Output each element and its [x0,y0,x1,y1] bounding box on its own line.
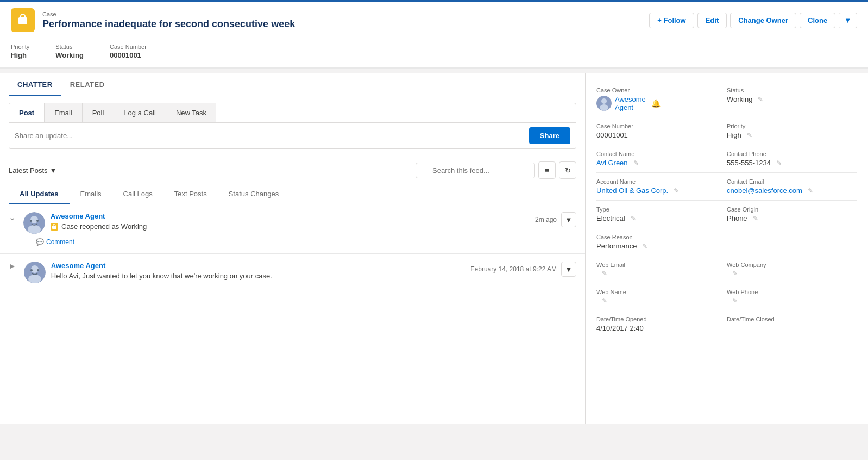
collapse-button[interactable]: ⌄ [9,212,16,222]
latest-posts-dropdown[interactable]: Latest Posts ▼ [9,166,56,175]
priority-edit-icon[interactable]: ✎ [747,132,752,139]
web-name-edit-icon[interactable]: ✎ [602,297,607,304]
case-origin-edit-icon[interactable]: ✎ [753,215,758,222]
comment-icon: 💬 [36,238,44,246]
case-reason-label: Case Reason [596,234,718,240]
feed-text: Case reopened as Working [51,222,147,231]
subtab-status-changes[interactable]: Status Changes [218,184,290,204]
web-phone-label: Web Phone [727,289,848,295]
avatar [23,212,45,234]
web-name-value-row: ✎ [596,297,718,304]
case-owner-cell: Case Owner AwesomeAgent 🔔 [596,82,727,117]
case-owner-link[interactable]: AwesomeAgent [615,95,646,111]
empty-cell [727,228,857,256]
subtab-emails[interactable]: Emails [70,184,112,204]
tab-chatter[interactable]: CHATTER [9,73,61,96]
account-name-value-row: United Oil & Gas Corp. ✎ [596,187,718,195]
follow-button[interactable]: + Follow [649,13,694,28]
post-input[interactable] [15,129,525,142]
post-tab-log-call[interactable]: Log a Call [114,103,166,122]
post-input-row: Share [9,123,576,149]
share-button[interactable]: Share [529,127,570,144]
case-reason-value: Performance [596,242,637,250]
feed-item-dropdown-button[interactable]: ▼ [561,262,576,277]
web-phone-edit-icon[interactable]: ✎ [732,297,738,304]
datetime-opened-label: Date/Time Opened [596,316,718,322]
subtab-text-posts[interactable]: Text Posts [163,184,218,204]
svg-point-3 [28,225,41,234]
post-tab-email[interactable]: Email [45,103,83,122]
page-title: Performance inadequate for second consec… [42,18,295,30]
contact-phone-cell: Contact Phone 555-555-1234 ✎ [727,145,857,173]
case-reason-value-row: Performance ✎ [596,242,718,250]
web-company-edit-icon[interactable]: ✎ [732,270,738,277]
web-company-label: Web Company [727,262,848,268]
refresh-icon-button[interactable]: ↻ [559,161,576,179]
priority-value-row: High ✎ [727,131,848,139]
account-name-edit-icon[interactable]: ✎ [674,187,679,195]
status-cell: Status Working ✎ [727,82,857,117]
comment-label: Comment [46,238,74,246]
case-reason-cell: Case Reason Performance ✎ [596,228,727,256]
priority-value-detail: High [727,131,741,139]
feed-text: Hello Avi, Just wanted to let you know t… [51,272,272,280]
feed-item: ► Awesome Agent Hello Avi, Just wanted t… [0,254,585,291]
priority-cell: Priority High ✎ [727,117,857,145]
priority-value: High [11,51,29,59]
feed-item-header: ► Awesome Agent Hello Avi, Just wanted t… [9,262,576,283]
filter-icon-button[interactable]: ≡ [538,161,556,179]
contact-email-label: Contact Email [727,178,848,185]
actions-dropdown-button[interactable]: ▼ [839,13,857,28]
contact-email-edit-icon[interactable]: ✎ [808,187,813,195]
agent-name-link[interactable]: Awesome Agent [51,262,105,270]
case-number-value-detail: 00001001 [596,131,628,139]
feed-item-text: Hello Avi, Just wanted to let you know t… [51,272,272,280]
left-panel: CHATTER RELATED Post Email Poll Log a Ca… [0,73,586,424]
web-email-edit-icon[interactable]: ✎ [602,270,607,277]
type-value-row: Electrical ✎ [596,214,718,222]
tab-related[interactable]: RELATED [61,73,114,96]
feed-item-left: ⌄ Awesome Agent Case reopened as Working [9,212,147,234]
contact-name-edit-icon[interactable]: ✎ [633,159,639,167]
post-tab-poll[interactable]: Poll [83,103,115,122]
latest-posts-label: Latest Posts [9,166,48,175]
contact-phone-value-row: 555-555-1234 ✎ [727,159,848,167]
status-edit-icon[interactable]: ✎ [758,96,763,103]
web-company-cell: Web Company ✎ [727,256,857,283]
clone-button[interactable]: Clone [800,13,835,28]
feed-item-body: Awesome Agent Hello Avi, Just wanted to … [51,262,272,280]
contact-name-link[interactable]: Avi Green [596,159,628,167]
subtab-call-logs[interactable]: Call Logs [112,184,163,204]
feed-search-input[interactable] [416,163,535,178]
post-tab-post[interactable]: Post [9,103,45,122]
search-wrap: 🔍 [416,163,535,178]
expand-button[interactable]: ► [9,262,16,270]
status-field: Status Working [55,43,84,59]
bell-icon[interactable]: 🔔 [651,99,661,108]
latest-posts-chevron-icon: ▼ [50,166,57,175]
svg-point-2 [30,216,38,223]
comment-link[interactable]: 💬 Comment [36,238,576,246]
case-reason-edit-icon[interactable]: ✎ [642,243,647,250]
change-owner-button[interactable]: Change Owner [730,13,796,28]
agent-name-link[interactable]: Awesome Agent [51,212,105,220]
contact-email-link[interactable]: cnobel@salesforce.com [727,187,802,195]
case-owner-label: Case Owner [596,87,718,94]
account-name-link[interactable]: United Oil & Gas Corp. [596,187,668,195]
case-number-field: Case Number 00001001 [110,43,147,59]
datetime-opened-cell: Date/Time Opened 4/10/2017 2:40 [596,310,727,338]
web-company-value-row: ✎ [727,270,848,277]
subtab-all-updates[interactable]: All Updates [9,184,70,204]
contact-phone-edit-icon[interactable]: ✎ [776,159,782,167]
header-title-block: Case Performance inadequate for second c… [42,11,295,30]
feed-item-body: Awesome Agent Case reopened as Working [51,212,147,231]
type-edit-icon[interactable]: ✎ [631,215,636,222]
svg-point-10 [30,269,33,271]
feed-list: ⌄ Awesome Agent Case reopened as Working [0,204,585,424]
post-area: Post Email Poll Log a Call New Task Shar… [0,96,585,156]
feed-item-dropdown-button[interactable]: ▼ [561,212,576,227]
post-tab-new-task[interactable]: New Task [166,103,216,122]
web-email-label: Web Email [596,262,718,268]
edit-button[interactable]: Edit [697,13,727,28]
case-number-label: Case Number [110,43,147,50]
